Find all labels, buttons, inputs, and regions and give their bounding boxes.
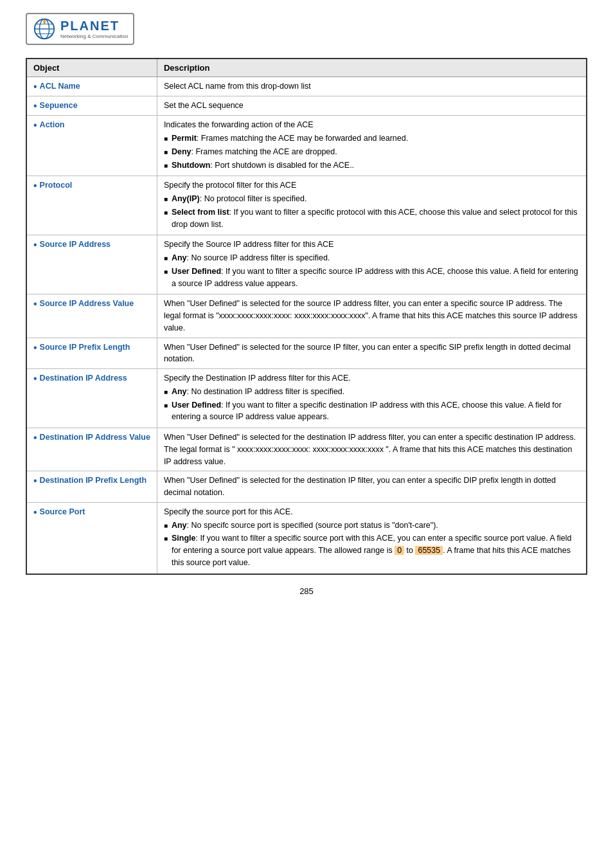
bullet-list: Any: No destination IP address filter is… [164, 386, 580, 423]
table-row: • Protocol Specify the protocol filter f… [26, 176, 587, 235]
desc-text: When "User Defined" is selected for the … [164, 299, 578, 332]
object-cell: • ACL Name [26, 77, 157, 96]
bullet-dot: • [33, 341, 37, 354]
object-cell: • Source IP Address Value [26, 294, 157, 338]
list-item: Any: No source IP address filter is spec… [164, 252, 580, 264]
col-header-description: Description [157, 59, 587, 77]
object-cell: • Source IP Prefix Length [26, 338, 157, 369]
desc-text: Specify the Source IP address filter for… [164, 239, 580, 251]
table-row: • Destination IP Address Value When "Use… [26, 428, 587, 471]
list-item: Permit: Frames matching the ACE may be f… [164, 132, 580, 145]
list-item-text: User Defined: If you want to filter a sp… [172, 399, 580, 424]
object-cell: • Action [26, 116, 157, 176]
row-label: Sepuence [40, 100, 78, 112]
range-end: 65535 [415, 546, 443, 555]
range-start: 0 [395, 546, 404, 555]
object-cell: • Sepuence [26, 96, 157, 116]
logo-planet-text: PLANET [60, 19, 128, 33]
bullet-list: Permit: Frames matching the ACE may be f… [164, 132, 580, 171]
table-row: • Source IP Address Value When "User Def… [26, 294, 587, 338]
row-label: Source IP Address [40, 239, 111, 251]
description-cell: Specify the Source IP address filter for… [157, 235, 587, 294]
list-item-text: Select from list: If you want to filter … [172, 206, 580, 231]
list-item-text: Any: No specifc source port is specified… [172, 520, 438, 532]
table-row: • Source IP Address Specify the Source I… [26, 235, 587, 294]
desc-text: When "User Defined" is selected for the … [164, 433, 576, 466]
desc-text: Set the ACL sequence [164, 101, 244, 110]
row-label: Destination IP Address [40, 372, 127, 384]
desc-text: Indicates the forwarding action of the A… [164, 119, 580, 131]
table-row: • Source Port Specify the source port fo… [26, 502, 587, 574]
desc-text: Specify the Destination IP address filte… [164, 372, 580, 384]
logo-text-block: PLANET Networking & Communication [60, 19, 128, 39]
description-cell: When "User Defined" is selected for the … [157, 471, 587, 503]
row-label: Source IP Address Value [40, 298, 134, 310]
bullet-dot: • [33, 119, 37, 131]
page-number: 285 [26, 586, 587, 596]
logo-sub-text: Networking & Communication [60, 33, 128, 39]
list-item-text: Shutdown: Port shutdown is disabled for … [172, 159, 354, 172]
table-row: • Source IP Prefix Length When "User Def… [26, 338, 587, 369]
list-item: Deny: Frames matching the ACE are droppe… [164, 146, 580, 158]
description-cell: Select ACL name from this drop-down list [157, 77, 587, 96]
description-cell: Specify the protocol filter for this ACE… [157, 176, 587, 235]
logo-box: PLANET Networking & Communication [26, 13, 134, 45]
list-item: Shutdown: Port shutdown is disabled for … [164, 159, 580, 172]
object-cell: • Source IP Address [26, 235, 157, 294]
list-item: Any: No specifc source port is specified… [164, 520, 580, 532]
object-cell: • Destination IP Prefix Length [26, 471, 157, 503]
globe-icon [32, 17, 57, 41]
object-cell: • Destination IP Address Value [26, 428, 157, 471]
object-cell: • Protocol [26, 176, 157, 235]
bullet-dot: • [33, 239, 37, 251]
table-row: • Destination IP Prefix Length When "Use… [26, 471, 587, 503]
description-cell: Specify the Destination IP address filte… [157, 369, 587, 428]
row-label: Source Port [40, 506, 85, 518]
list-item-text: Any: No destination IP address filter is… [172, 386, 344, 398]
list-item-text: Single: If you want to filter a specific… [172, 532, 580, 568]
bullet-list: Any: No source IP address filter is spec… [164, 252, 580, 289]
table-row: • Destination IP Address Specify the Des… [26, 369, 587, 428]
table-row: • Action Indicates the forwarding action… [26, 116, 587, 176]
list-item: Select from list: If you want to filter … [164, 206, 580, 231]
desc-text: Specify the source port for this ACE. [164, 506, 580, 518]
bullet-dot: • [33, 179, 37, 192]
desc-text: Select ACL name from this drop-down list [164, 82, 311, 91]
bullet-list: Any(IP): No protocol filter is specified… [164, 193, 580, 230]
list-item: User Defined: If you want to filter a sp… [164, 399, 580, 424]
row-label: Destination IP Prefix Length [40, 475, 147, 487]
list-item: User Defined: If you want to filter a sp… [164, 266, 580, 290]
description-cell: Specify the source port for this ACE. An… [157, 502, 587, 574]
row-label: Destination IP Address Value [40, 431, 150, 444]
list-item: Any(IP): No protocol filter is specified… [164, 193, 580, 205]
bullet-dot: • [33, 431, 37, 444]
row-label: ACL Name [40, 80, 80, 93]
list-item-text: Permit: Frames matching the ACE may be f… [172, 132, 408, 145]
desc-text: When "User Defined" is selected for the … [164, 343, 571, 364]
object-cell: • Source Port [26, 502, 157, 574]
desc-text: Specify the protocol filter for this ACE [164, 179, 580, 192]
object-cell: • Destination IP Address [26, 369, 157, 428]
list-item-text: Any(IP): No protocol filter is specified… [172, 193, 307, 205]
bullet-dot: • [33, 298, 37, 310]
table-row: • Sepuence Set the ACL sequence [26, 96, 587, 116]
description-cell: When "User Defined" is selected for the … [157, 294, 587, 338]
description-cell: Set the ACL sequence [157, 96, 587, 116]
bullet-dot: • [33, 372, 37, 384]
bullet-list: Any: No specifc source port is specified… [164, 520, 580, 569]
logo-area: PLANET Networking & Communication [26, 13, 587, 45]
list-item: Single: If you want to filter a specific… [164, 532, 580, 568]
description-cell: When "User Defined" is selected for the … [157, 428, 587, 471]
row-label: Action [40, 119, 65, 131]
bullet-dot: • [33, 475, 37, 487]
list-item-text: Deny: Frames matching the ACE are droppe… [172, 146, 337, 158]
list-item: Any: No destination IP address filter is… [164, 386, 580, 398]
desc-text: When "User Defined" is selected for the … [164, 476, 556, 497]
main-table: Object Description • ACL Name Select ACL… [26, 58, 587, 575]
description-cell: Indicates the forwarding action of the A… [157, 116, 587, 176]
bullet-dot: • [33, 100, 37, 112]
row-label: Source IP Prefix Length [40, 341, 130, 354]
row-label: Protocol [40, 179, 73, 192]
table-row: • ACL Name Select ACL name from this dro… [26, 77, 587, 96]
col-header-object: Object [26, 59, 157, 77]
